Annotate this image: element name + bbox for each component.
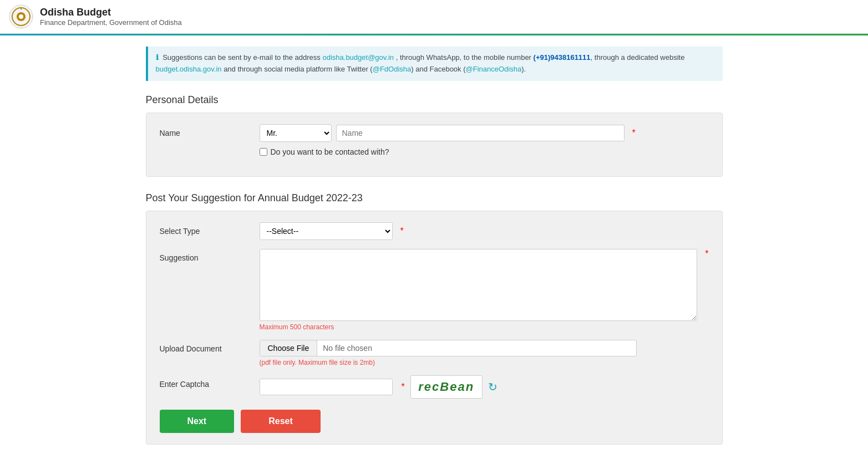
reset-button[interactable]: Reset <box>241 410 321 433</box>
file-note: (pdf file only. Maximum file size is 2mb… <box>260 359 709 366</box>
app-subtitle: Finance Department, Government of Odisha <box>40 18 182 27</box>
app-title: Odisha Budget <box>40 7 182 18</box>
captcha-refresh-icon[interactable]: ↻ <box>488 380 498 394</box>
choose-file-button[interactable]: Choose File <box>260 340 318 356</box>
header: ✦ Odisha Budget Finance Department, Gove… <box>0 0 868 34</box>
captcha-row: Enter Captcha * recBean ↻ <box>160 375 709 399</box>
suggestion-section-title: Post Your Suggestion for Annual Budget 2… <box>146 192 723 204</box>
select-type-field: --Select-- Agriculture Education Health … <box>260 222 709 240</box>
select-type-row: Select Type --Select-- Agriculture Educa… <box>160 222 709 240</box>
info-text-after-email: , through WhatsApp, to the mobile number <box>394 53 533 62</box>
facebook-link[interactable]: @FinanceOdisha <box>466 65 522 73</box>
captcha-required-star: * <box>402 382 405 392</box>
info-text-before-email: Suggestions can be sent by e-mail to the… <box>163 53 322 62</box>
info-banner: ℹ Suggestions can be sent by e-mail to t… <box>146 47 723 81</box>
suggestion-label: Suggestion <box>160 249 260 262</box>
next-button[interactable]: Next <box>160 410 235 433</box>
upload-field: Choose File No file chosen (pdf file onl… <box>260 340 709 366</box>
captcha-text: recBean <box>418 380 474 394</box>
info-text-mid: ) and Facebook ( <box>411 65 465 73</box>
type-select[interactable]: --Select-- Agriculture Education Health … <box>260 222 393 240</box>
info-text-after-website: and through social media platform like T… <box>222 65 373 73</box>
select-type-label: Select Type <box>160 222 260 236</box>
captcha-field: * recBean ↻ <box>260 375 709 399</box>
captcha-wrapper: * recBean ↻ <box>260 375 709 399</box>
contact-checkbox[interactable] <box>260 148 267 156</box>
suggestion-textarea[interactable] <box>260 249 698 321</box>
captcha-label: Enter Captcha <box>160 375 260 389</box>
button-row: Next Reset <box>160 410 709 433</box>
email-link[interactable]: odisha.budget@gov.in <box>322 53 394 62</box>
suggestion-field: * Maximum 500 characters <box>260 249 709 331</box>
main-content: ℹ Suggestions can be sent by e-mail to t… <box>129 35 739 464</box>
name-input[interactable] <box>336 125 625 141</box>
max-chars-note: Maximum 500 characters <box>260 323 709 331</box>
logo-icon: ✦ <box>9 4 33 29</box>
title-select[interactable]: Mr. Mrs. Ms. Dr. <box>260 124 332 142</box>
upload-row: Upload Document Choose File No file chos… <box>160 340 709 366</box>
info-text-end: ). <box>521 65 526 73</box>
contact-checkbox-label: Do you want to be contacted with? <box>271 147 389 156</box>
type-required-star: * <box>400 226 404 236</box>
svg-text:✦: ✦ <box>20 7 22 11</box>
name-row: Name Mr. Mrs. Ms. Dr. * Do you want to b… <box>160 124 709 156</box>
upload-label: Upload Document <box>160 340 260 353</box>
captcha-input[interactable] <box>260 379 393 395</box>
personal-details-card: Name Mr. Mrs. Ms. Dr. * Do you want to b… <box>146 113 723 177</box>
name-label: Name <box>160 124 260 137</box>
info-icon: ℹ <box>156 53 159 62</box>
suggestion-form-card: Select Type --Select-- Agriculture Educa… <box>146 211 723 445</box>
svg-point-3 <box>19 14 23 19</box>
personal-details-title: Personal Details <box>146 94 723 106</box>
contact-checkbox-row: Do you want to be contacted with? <box>260 147 709 156</box>
captcha-image: recBean <box>410 375 483 399</box>
phone-number: (+91)9438161111 <box>534 53 591 62</box>
info-text-after-phone: , through a dedicated website <box>591 53 685 62</box>
name-required-star: * <box>632 128 636 138</box>
name-field: Mr. Mrs. Ms. Dr. * Do you want to be con… <box>260 124 709 156</box>
suggestion-required-star: * <box>705 249 708 259</box>
file-upload-wrapper: Choose File No file chosen <box>260 340 637 356</box>
website-link[interactable]: budget.odisha.gov.in <box>156 65 222 73</box>
twitter-link[interactable]: @FdOdisha <box>373 65 412 73</box>
file-name-label: No file chosen <box>317 340 378 356</box>
suggestion-row: Suggestion * Maximum 500 characters <box>160 249 709 331</box>
